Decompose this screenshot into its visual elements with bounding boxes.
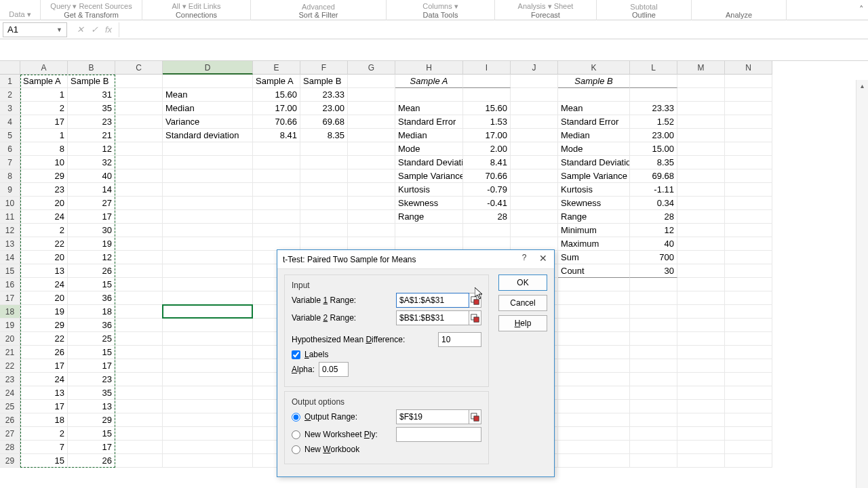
cell[interactable] (630, 413, 677, 427)
cell[interactable]: 23 (68, 115, 115, 129)
cell[interactable] (677, 115, 725, 129)
cell[interactable]: Kurtosis (558, 183, 630, 197)
cell[interactable]: Sample Variance (395, 169, 463, 183)
cell[interactable]: 17 (20, 400, 68, 413)
cell[interactable]: Skewness (395, 197, 463, 210)
cell[interactable] (163, 197, 253, 210)
cell[interactable] (115, 88, 163, 102)
output-range-picker-icon[interactable] (469, 409, 481, 424)
cell[interactable] (300, 156, 348, 169)
cell[interactable]: 35 (68, 386, 115, 400)
cell[interactable] (115, 373, 163, 386)
cell[interactable]: Mean (163, 88, 253, 102)
cell[interactable] (725, 305, 772, 319)
row-header[interactable]: 3 (0, 102, 20, 115)
cell[interactable] (115, 319, 163, 332)
cell[interactable] (115, 224, 163, 237)
cell[interactable] (677, 75, 725, 88)
cell[interactable] (725, 169, 772, 183)
row-header[interactable]: 13 (0, 237, 20, 251)
cell[interactable] (511, 88, 558, 102)
cell[interactable] (677, 169, 725, 183)
cell[interactable] (558, 346, 630, 359)
cell[interactable] (163, 142, 253, 156)
cell[interactable] (558, 291, 630, 305)
row-header[interactable]: 22 (0, 359, 20, 373)
cell[interactable] (511, 169, 558, 183)
column-header[interactable]: L (630, 61, 677, 75)
cell[interactable] (115, 332, 163, 346)
cell[interactable]: 36 (68, 291, 115, 305)
dialog-titlebar[interactable]: t-Test: Paired Two Sample for Means ? ✕ (277, 250, 554, 269)
cell[interactable] (115, 413, 163, 427)
cell[interactable] (725, 183, 772, 197)
cell[interactable] (253, 237, 300, 251)
cell[interactable] (163, 305, 253, 319)
cell[interactable] (725, 454, 772, 468)
cell[interactable] (511, 210, 558, 224)
cell[interactable] (300, 169, 348, 183)
cell[interactable] (163, 156, 253, 169)
dialog-close-icon[interactable]: ✕ (536, 253, 550, 266)
cell[interactable] (463, 75, 511, 88)
cell[interactable]: 10 (20, 156, 68, 169)
cell[interactable] (348, 210, 395, 224)
row-header[interactable]: 2 (0, 88, 20, 102)
cell[interactable]: 2 (20, 427, 68, 441)
cell[interactable]: 15.00 (630, 142, 677, 156)
cell[interactable]: 15.60 (463, 102, 511, 115)
cell[interactable] (558, 413, 630, 427)
cell[interactable] (677, 373, 725, 386)
cell[interactable] (163, 319, 253, 332)
cell[interactable]: Variance (163, 115, 253, 129)
name-box[interactable]: A1 ▼ (3, 22, 67, 37)
cell[interactable] (725, 237, 772, 251)
cell[interactable]: 8 (20, 142, 68, 156)
cell[interactable]: 19 (68, 237, 115, 251)
cell[interactable] (115, 251, 163, 264)
row-header[interactable]: 8 (0, 169, 20, 183)
cell[interactable]: 26 (68, 454, 115, 468)
row-header[interactable]: 27 (0, 427, 20, 441)
cell[interactable]: 17.00 (253, 102, 300, 115)
var1-range-input[interactable] (396, 293, 469, 308)
column-header[interactable]: K (558, 61, 630, 75)
cell[interactable] (115, 237, 163, 251)
cell[interactable] (630, 441, 677, 454)
cell[interactable] (163, 454, 253, 468)
chevron-down-icon[interactable]: ▼ (56, 26, 62, 33)
ribbon-group[interactable]: Analyze (692, 0, 787, 20)
cell[interactable]: Sum (558, 251, 630, 264)
cell[interactable] (558, 278, 630, 291)
row-header[interactable]: 14 (0, 251, 20, 264)
cell[interactable] (677, 251, 725, 264)
cell[interactable] (115, 291, 163, 305)
cell[interactable] (630, 386, 677, 400)
cell[interactable] (677, 156, 725, 169)
cell[interactable]: 12 (630, 224, 677, 237)
cell[interactable]: Range (395, 210, 463, 224)
row-header[interactable]: 28 (0, 441, 20, 454)
cell[interactable]: Standard Deviation (558, 156, 630, 169)
cell[interactable] (115, 197, 163, 210)
cell[interactable]: 1 (20, 129, 68, 142)
cell[interactable]: 35 (68, 102, 115, 115)
cell[interactable] (348, 115, 395, 129)
ok-button[interactable]: OK (498, 274, 547, 291)
ribbon-group[interactable]: AdvancedSort & Filter (251, 0, 387, 20)
cell[interactable] (725, 115, 772, 129)
cell[interactable] (348, 75, 395, 88)
cell[interactable]: 20 (20, 251, 68, 264)
cell[interactable] (163, 210, 253, 224)
cell[interactable] (115, 400, 163, 413)
cell[interactable] (115, 156, 163, 169)
row-header[interactable]: 16 (0, 278, 20, 291)
cell[interactable] (163, 251, 253, 264)
row-header[interactable]: 7 (0, 156, 20, 169)
cell[interactable] (630, 454, 677, 468)
cell[interactable] (115, 278, 163, 291)
cell[interactable]: Maximum (558, 237, 630, 251)
column-header[interactable]: N (725, 61, 772, 75)
cell[interactable] (395, 88, 463, 102)
cell[interactable] (253, 156, 300, 169)
